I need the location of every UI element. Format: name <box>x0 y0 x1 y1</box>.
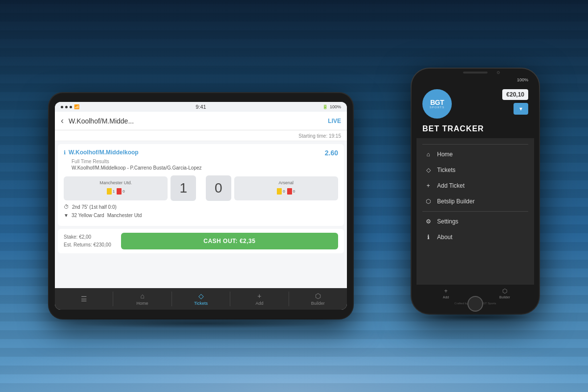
bgt-logo: BGT SPORTS <box>422 89 452 119</box>
back-button[interactable]: ‹ <box>61 116 64 126</box>
tickets-icon: ◇ <box>198 292 204 300</box>
menu-item-betslip-builder[interactable]: ⬡ Betslip Builder <box>416 194 534 209</box>
match-players: W.Koolhof/M.Middelkoop - P.Carreno Busta… <box>64 165 338 171</box>
battery-percent: 100% <box>330 104 341 109</box>
menu-item-add-ticket[interactable]: + Add Ticket <box>416 178 534 194</box>
home-menu-icon: ⌂ <box>424 151 432 158</box>
tablet-nav-builder[interactable]: ⬡ Builder <box>289 288 347 310</box>
red-card-2 <box>287 188 292 195</box>
about-menu-icon: ℹ <box>424 234 432 241</box>
builder-icon: ⬡ <box>315 292 321 300</box>
phone-header-right: €20,10 ▾ <box>502 89 528 115</box>
match-team-name: W.Koolhof/M.Middelkoop <box>69 149 139 156</box>
live-badge: LIVE <box>328 118 341 124</box>
phone-nav-builder[interactable]: ⬡ Builder <box>475 288 534 299</box>
yellow-card-count-1: 1 <box>113 189 115 194</box>
yellow-card-1 <box>107 188 112 195</box>
tickets-menu-label: Tickets <box>437 167 456 173</box>
dropdown-button[interactable]: ▾ <box>514 103 528 115</box>
home-menu-label: Home <box>437 151 453 158</box>
score1-block: 1 <box>171 175 196 201</box>
score2-block: 0 <box>206 175 231 201</box>
phone-add-icon: + <box>444 288 447 294</box>
match-odds: 2.60 <box>325 149 338 157</box>
team1-red-group: 0 <box>117 188 124 195</box>
time-info: 2nd 75' (1st half 0:0) <box>72 204 117 210</box>
phone-nav-add[interactable]: + Add <box>416 288 475 299</box>
bet-tracker-title: BET TRACKER <box>416 124 534 138</box>
home-icon: ⌂ <box>140 292 144 300</box>
menu-divider-mid <box>422 211 528 212</box>
phone-frame: 100% BGT SPORTS €20,10 ▾ BET TRACKER <box>412 69 539 314</box>
menu-icon: ☰ <box>81 295 87 303</box>
menu-item-tickets[interactable]: ◇ Tickets <box>416 162 534 178</box>
about-menu-label: About <box>437 234 452 241</box>
team1-block: Manchester Utd. 1 0 <box>64 176 168 200</box>
tablet-nav-home[interactable]: ⌂ Home <box>113 288 171 310</box>
event-row: ▼ 32 Yellow Card Manchester Utd <box>64 213 338 218</box>
phone-camera <box>497 71 500 74</box>
team2-block: Arsenal 0 0 <box>234 176 338 200</box>
clock-icon: ⏱ <box>64 204 69 210</box>
bgt-logo-sub: SPORTS <box>430 106 445 109</box>
cashout-button[interactable]: CASH OUT: €2,35 <box>121 233 338 249</box>
tablet-nav-tickets[interactable]: ◇ Tickets <box>172 288 230 310</box>
signal-dot-3 <box>70 106 72 108</box>
menu-item-about[interactable]: ℹ About <box>416 229 534 245</box>
match-title-row: ℹ W.Koolhof/M.Middelkoop 2.60 <box>64 149 338 157</box>
status-left: 📶 <box>61 104 79 109</box>
red-card-count-2: 0 <box>293 189 295 194</box>
score2: 0 <box>215 180 222 196</box>
add-ticket-menu-icon: + <box>424 182 432 189</box>
phone-speaker <box>463 72 488 74</box>
builder-menu-icon: ⬡ <box>424 198 432 205</box>
tablet-time: 9:41 <box>196 104 206 110</box>
match-section: ℹ W.Koolhof/M.Middelkoop 2.60 Full Time … <box>58 144 344 226</box>
tablet-device: 📶 9:41 🔋 100% ‹ W.Koolhof/M.Midde... LIV… <box>49 93 353 318</box>
starting-time: Starting time: 19:15 <box>55 130 347 141</box>
phone-screen: 100% BGT SPORTS €20,10 ▾ BET TRACKER <box>416 75 534 307</box>
phone-add-label: Add <box>443 295 449 299</box>
menu-divider-top <box>422 144 528 145</box>
tablet-nav-bar: ‹ W.Koolhof/M.Midde... LIVE <box>55 112 347 130</box>
event-team: Manchester Utd <box>107 213 142 218</box>
stake-text: Stake: €2,00 Est. Returns: €230,00 <box>64 233 111 249</box>
team2-cards: 0 0 <box>238 188 334 195</box>
add-label: Add <box>255 301 263 306</box>
battery-icon: 🔋 <box>322 104 328 109</box>
time-info-row: ⏱ 2nd 75' (1st half 0:0) <box>64 204 338 210</box>
add-ticket-menu-label: Add Ticket <box>437 182 465 189</box>
stake-label: Stake: €2,00 <box>64 233 111 241</box>
tickets-menu-icon: ◇ <box>424 167 432 173</box>
home-label: Home <box>137 301 148 306</box>
yellow-card-2 <box>277 188 282 195</box>
phone-builder-label: Builder <box>499 295 510 299</box>
team1-yellow-group: 1 <box>107 188 115 195</box>
team1-cards: 1 0 <box>68 188 164 195</box>
tablet-nav-menu[interactable]: ☰ <box>55 291 113 307</box>
team2-yellow-group: 0 <box>277 188 285 195</box>
red-card-count-1: 0 <box>122 189 124 194</box>
add-icon: + <box>257 292 261 300</box>
match-title-left: ℹ W.Koolhof/M.Middelkoop <box>64 149 139 156</box>
team1-name: Manchester Utd. <box>68 180 164 185</box>
score-section: Manchester Utd. 1 0 <box>64 175 338 201</box>
phone-header: BGT SPORTS €20,10 ▾ <box>416 84 534 124</box>
menu-item-home[interactable]: ⌂ Home <box>416 147 534 162</box>
signal-dot-1 <box>61 106 63 108</box>
stake-section: Stake: €2,00 Est. Returns: €230,00 CASH … <box>58 229 344 253</box>
bet-amount: €20,10 <box>502 89 528 100</box>
tickets-label: Tickets <box>194 301 208 306</box>
tablet-nav-add[interactable]: + Add <box>230 288 288 310</box>
team2-name: Arsenal <box>238 180 334 185</box>
phone-home-button[interactable] <box>467 296 483 312</box>
menu-item-settings[interactable]: ⚙ Settings <box>416 214 534 229</box>
yellow-card-count-2: 0 <box>283 189 285 194</box>
arrow-down-icon: ▼ <box>64 213 69 218</box>
phone-battery: 100% <box>517 77 528 82</box>
returns-label: Est. Returns: €230,00 <box>64 241 111 249</box>
settings-menu-label: Settings <box>437 218 458 225</box>
signal-dot-2 <box>65 106 68 108</box>
tablet-bottom-nav: ☰ ⌂ Home ◇ Tickets + Add <box>55 288 347 310</box>
tablet-screen: 📶 9:41 🔋 100% ‹ W.Koolhof/M.Midde... LIV… <box>55 102 347 310</box>
